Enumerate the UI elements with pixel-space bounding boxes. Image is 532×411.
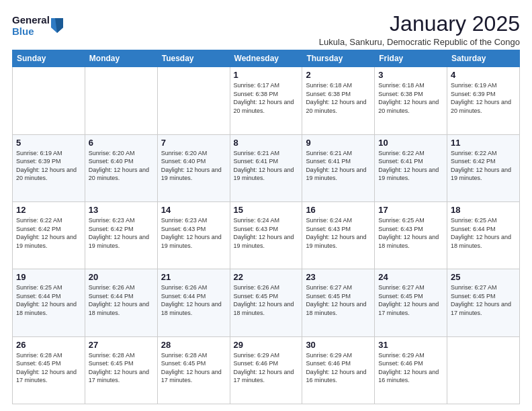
- calendar-cell: 14Sunrise: 6:23 AM Sunset: 6:43 PM Dayli…: [157, 201, 230, 269]
- day-info: Sunrise: 6:20 AM Sunset: 6:40 PM Dayligh…: [89, 149, 154, 183]
- day-number: 2: [306, 70, 371, 80]
- day-number: 14: [161, 205, 226, 215]
- day-number: 15: [234, 205, 299, 215]
- calendar-cell: 21Sunrise: 6:26 AM Sunset: 6:44 PM Dayli…: [157, 269, 230, 336]
- col-saturday: Saturday: [447, 50, 520, 67]
- logo: General Blue: [12, 15, 63, 37]
- day-number: 6: [89, 138, 154, 148]
- day-number: 28: [161, 340, 226, 350]
- col-sunday: Sunday: [13, 50, 85, 67]
- calendar-cell: 23Sunrise: 6:27 AM Sunset: 6:45 PM Dayli…: [302, 269, 375, 336]
- day-info: Sunrise: 6:26 AM Sunset: 6:45 PM Dayligh…: [234, 283, 299, 317]
- day-info: Sunrise: 6:18 AM Sunset: 6:38 PM Dayligh…: [378, 81, 443, 115]
- day-number: 13: [89, 205, 154, 215]
- calendar-cell: 20Sunrise: 6:26 AM Sunset: 6:44 PM Dayli…: [85, 269, 157, 336]
- day-number: 30: [306, 340, 371, 350]
- day-info: Sunrise: 6:27 AM Sunset: 6:45 PM Dayligh…: [306, 283, 371, 317]
- page: General Blue January 2025 Lukula, Sankur…: [0, 0, 532, 411]
- day-info: Sunrise: 6:25 AM Sunset: 6:43 PM Dayligh…: [378, 216, 443, 250]
- day-number: 29: [234, 340, 299, 350]
- day-info: Sunrise: 6:21 AM Sunset: 6:41 PM Dayligh…: [234, 149, 299, 183]
- logo-blue: Blue: [12, 26, 50, 38]
- day-info: Sunrise: 6:28 AM Sunset: 6:45 PM Dayligh…: [16, 351, 81, 385]
- calendar-week-3: 12Sunrise: 6:22 AM Sunset: 6:42 PM Dayli…: [13, 201, 520, 269]
- header: General Blue January 2025 Lukula, Sankur…: [12, 12, 520, 47]
- calendar-cell: [447, 336, 520, 404]
- day-info: Sunrise: 6:23 AM Sunset: 6:42 PM Dayligh…: [89, 216, 154, 250]
- day-info: Sunrise: 6:22 AM Sunset: 6:42 PM Dayligh…: [16, 216, 81, 250]
- day-number: 23: [306, 272, 371, 282]
- col-thursday: Thursday: [302, 50, 375, 67]
- day-number: 21: [161, 272, 226, 282]
- calendar-table: Sunday Monday Tuesday Wednesday Thursday…: [12, 50, 520, 404]
- day-number: 18: [451, 205, 516, 215]
- calendar-cell: 15Sunrise: 6:24 AM Sunset: 6:43 PM Dayli…: [230, 201, 302, 269]
- calendar-cell: 28Sunrise: 6:28 AM Sunset: 6:45 PM Dayli…: [157, 336, 230, 404]
- calendar-cell: 8Sunrise: 6:21 AM Sunset: 6:41 PM Daylig…: [230, 134, 302, 201]
- calendar-cell: 12Sunrise: 6:22 AM Sunset: 6:42 PM Dayli…: [13, 201, 85, 269]
- calendar-week-2: 5Sunrise: 6:19 AM Sunset: 6:39 PM Daylig…: [13, 134, 520, 201]
- day-number: 22: [234, 272, 299, 282]
- logo-icon: [51, 18, 63, 33]
- calendar-cell: 18Sunrise: 6:25 AM Sunset: 6:44 PM Dayli…: [447, 201, 520, 269]
- day-number: 26: [16, 340, 81, 350]
- day-number: 31: [378, 340, 443, 350]
- calendar-cell: 1Sunrise: 6:17 AM Sunset: 6:38 PM Daylig…: [230, 67, 302, 134]
- month-title: January 2025: [319, 12, 520, 36]
- calendar-cell: 4Sunrise: 6:19 AM Sunset: 6:39 PM Daylig…: [447, 67, 520, 134]
- day-info: Sunrise: 6:17 AM Sunset: 6:38 PM Dayligh…: [234, 81, 299, 115]
- day-info: Sunrise: 6:26 AM Sunset: 6:44 PM Dayligh…: [89, 283, 154, 317]
- calendar-cell: 3Sunrise: 6:18 AM Sunset: 6:38 PM Daylig…: [375, 67, 447, 134]
- calendar-cell: 7Sunrise: 6:20 AM Sunset: 6:40 PM Daylig…: [157, 134, 230, 201]
- day-number: 11: [451, 138, 516, 148]
- day-info: Sunrise: 6:29 AM Sunset: 6:46 PM Dayligh…: [234, 351, 299, 385]
- calendar-cell: 2Sunrise: 6:18 AM Sunset: 6:38 PM Daylig…: [302, 67, 375, 134]
- day-info: Sunrise: 6:24 AM Sunset: 6:43 PM Dayligh…: [234, 216, 299, 250]
- calendar-cell: 31Sunrise: 6:29 AM Sunset: 6:46 PM Dayli…: [375, 336, 447, 404]
- calendar-cell: 11Sunrise: 6:22 AM Sunset: 6:42 PM Dayli…: [447, 134, 520, 201]
- calendar-cell: 30Sunrise: 6:29 AM Sunset: 6:46 PM Dayli…: [302, 336, 375, 404]
- col-monday: Monday: [85, 50, 157, 67]
- day-number: 3: [378, 70, 443, 80]
- day-number: 9: [306, 138, 371, 148]
- day-info: Sunrise: 6:25 AM Sunset: 6:44 PM Dayligh…: [451, 216, 516, 250]
- col-tuesday: Tuesday: [157, 50, 230, 67]
- calendar-week-4: 19Sunrise: 6:25 AM Sunset: 6:44 PM Dayli…: [13, 269, 520, 336]
- day-number: 19: [16, 272, 81, 282]
- day-number: 1: [234, 70, 299, 80]
- day-info: Sunrise: 6:22 AM Sunset: 6:42 PM Dayligh…: [451, 149, 516, 183]
- logo-general: General: [12, 15, 50, 26]
- day-number: 24: [378, 272, 443, 282]
- calendar-cell: 10Sunrise: 6:22 AM Sunset: 6:41 PM Dayli…: [375, 134, 447, 201]
- day-number: 10: [378, 138, 443, 148]
- calendar-cell: 16Sunrise: 6:24 AM Sunset: 6:43 PM Dayli…: [302, 201, 375, 269]
- col-friday: Friday: [375, 50, 447, 67]
- day-number: 27: [89, 340, 154, 350]
- day-info: Sunrise: 6:29 AM Sunset: 6:46 PM Dayligh…: [378, 351, 443, 385]
- calendar-cell: 9Sunrise: 6:21 AM Sunset: 6:41 PM Daylig…: [302, 134, 375, 201]
- day-number: 5: [16, 138, 81, 148]
- calendar-cell: 24Sunrise: 6:27 AM Sunset: 6:45 PM Dayli…: [375, 269, 447, 336]
- day-info: Sunrise: 6:23 AM Sunset: 6:43 PM Dayligh…: [161, 216, 226, 250]
- day-number: 8: [234, 138, 299, 148]
- day-info: Sunrise: 6:21 AM Sunset: 6:41 PM Dayligh…: [306, 149, 371, 183]
- day-number: 17: [378, 205, 443, 215]
- calendar-cell: 22Sunrise: 6:26 AM Sunset: 6:45 PM Dayli…: [230, 269, 302, 336]
- calendar-cell: 13Sunrise: 6:23 AM Sunset: 6:42 PM Dayli…: [85, 201, 157, 269]
- day-info: Sunrise: 6:19 AM Sunset: 6:39 PM Dayligh…: [16, 149, 81, 183]
- calendar-cell: 27Sunrise: 6:28 AM Sunset: 6:45 PM Dayli…: [85, 336, 157, 404]
- day-info: Sunrise: 6:20 AM Sunset: 6:40 PM Dayligh…: [161, 149, 226, 183]
- day-info: Sunrise: 6:19 AM Sunset: 6:39 PM Dayligh…: [451, 81, 516, 115]
- calendar-header-row: Sunday Monday Tuesday Wednesday Thursday…: [13, 50, 520, 67]
- calendar-cell: 6Sunrise: 6:20 AM Sunset: 6:40 PM Daylig…: [85, 134, 157, 201]
- day-number: 7: [161, 138, 226, 148]
- day-number: 4: [451, 70, 516, 80]
- day-info: Sunrise: 6:22 AM Sunset: 6:41 PM Dayligh…: [378, 149, 443, 183]
- day-info: Sunrise: 6:28 AM Sunset: 6:45 PM Dayligh…: [89, 351, 154, 385]
- day-info: Sunrise: 6:28 AM Sunset: 6:45 PM Dayligh…: [161, 351, 226, 385]
- calendar-cell: [157, 67, 230, 134]
- logo-text: General Blue: [12, 15, 50, 37]
- day-number: 20: [89, 272, 154, 282]
- calendar-cell: 29Sunrise: 6:29 AM Sunset: 6:46 PM Dayli…: [230, 336, 302, 404]
- day-info: Sunrise: 6:26 AM Sunset: 6:44 PM Dayligh…: [161, 283, 226, 317]
